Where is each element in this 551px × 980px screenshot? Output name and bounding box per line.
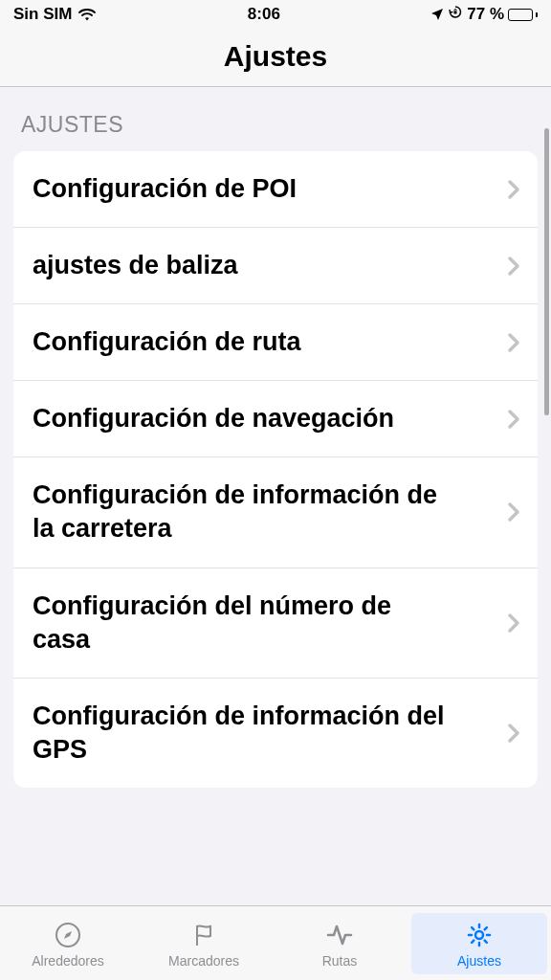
header: Ajustes (0, 29, 551, 87)
list-item-label: Configuración de información de la carre… (33, 479, 453, 546)
list-item-label: Configuración de navegación (33, 402, 394, 435)
flag-icon (188, 919, 219, 951)
list-item-navegacion[interactable]: Configuración de navegación (13, 381, 538, 457)
tab-label: Ajustes (457, 953, 501, 969)
chevron-right-icon (507, 256, 520, 277)
battery-icon (508, 9, 538, 21)
content-area: AJUSTES Configuración de POI ajustes de … (0, 87, 551, 905)
list-item-gps[interactable]: Configuración de información del GPS (13, 679, 538, 788)
gear-icon (464, 919, 495, 951)
activity-icon (324, 919, 355, 951)
list-item-label: Configuración de POI (33, 172, 297, 206)
chevron-right-icon (507, 501, 520, 523)
list-item-label: ajustes de baliza (33, 249, 238, 282)
tab-ajustes[interactable]: Ajustes (411, 913, 547, 974)
compass-icon (53, 919, 83, 951)
wifi-icon (77, 8, 97, 22)
tab-bar: Alrededores Marcadores Rutas Ajustes (0, 905, 551, 980)
location-icon (430, 8, 444, 21)
settings-list: Configuración de POI ajustes de baliza C… (13, 151, 538, 788)
svg-point-2 (475, 931, 483, 939)
status-time: 8:06 (248, 5, 280, 24)
tab-alrededores[interactable]: Alrededores (0, 913, 136, 974)
chevron-right-icon (507, 332, 520, 353)
tab-label: Alrededores (32, 953, 104, 969)
chevron-right-icon (507, 612, 520, 634)
chevron-right-icon (507, 723, 520, 744)
list-item-ruta[interactable]: Configuración de ruta (13, 304, 538, 381)
list-item-baliza[interactable]: ajustes de baliza (13, 228, 538, 304)
svg-rect-0 (454, 11, 457, 13)
chevron-right-icon (507, 179, 520, 200)
scroll-indicator[interactable] (544, 128, 549, 415)
orientation-lock-icon (448, 5, 463, 25)
tab-rutas[interactable]: Rutas (272, 913, 408, 974)
tab-label: Marcadores (168, 953, 239, 969)
page-title: Ajustes (0, 40, 551, 73)
battery-percent: 77 % (467, 5, 504, 24)
status-bar: Sin SIM 8:06 77 % (0, 0, 551, 29)
list-item-label: Configuración de información del GPS (33, 700, 453, 767)
status-left: Sin SIM (13, 5, 97, 24)
tab-label: Rutas (322, 953, 358, 969)
list-item-carretera[interactable]: Configuración de información de la carre… (13, 457, 538, 568)
list-item-casa[interactable]: Configuración del número de casa (13, 568, 538, 679)
status-right: 77 % (430, 5, 538, 25)
tab-marcadores[interactable]: Marcadores (136, 913, 272, 974)
list-item-label: Configuración del número de casa (33, 590, 453, 657)
sim-status: Sin SIM (13, 5, 72, 24)
list-item-label: Configuración de ruta (33, 325, 301, 359)
list-item-poi[interactable]: Configuración de POI (13, 151, 538, 228)
chevron-right-icon (507, 409, 520, 430)
section-header: AJUSTES (13, 112, 538, 138)
